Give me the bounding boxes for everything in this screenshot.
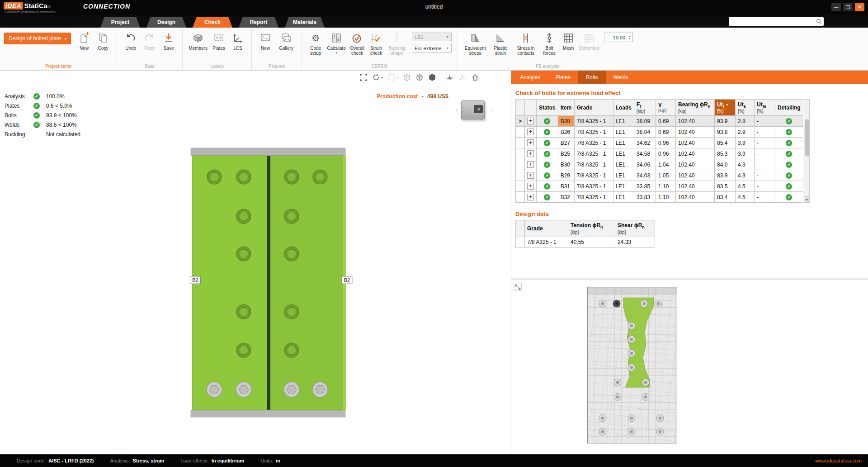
row-expand-button[interactable]: + [527,161,534,168]
col-utt-sorted[interactable]: Utt▼[%] [715,100,736,116]
row-expand-button[interactable]: + [527,139,534,146]
gallery-button[interactable]: Gallery [275,30,297,51]
col-v[interactable]: V[kip] [656,100,676,116]
table-row[interactable]: + ✓ B31 7/8 A325 - 1 LE1 33.85 1.10 102.… [516,181,803,192]
navigation-cube[interactable]: -x ‹ › [456,100,494,123]
plates-labels-button[interactable]: Plates [209,30,228,51]
bolt[interactable] [284,247,299,261]
table-row[interactable]: + ✓ B32 7/8 A325 - 1 LE1 33.83 1.10 102.… [516,192,803,203]
overall-check-button[interactable]: Overall check [348,30,367,56]
close-button[interactable]: ✕ [855,3,864,11]
scrollbar-thumb[interactable] [805,119,809,156]
viewport-3d[interactable]: Analysis ✓ 100.0% Plates ✓ 0.6 < 5.0% Bo… [0,71,511,454]
results-tab-bolts[interactable]: Bolts [578,71,606,84]
bottom-member-edge[interactable] [191,410,345,417]
members-labels-button[interactable]: Members [187,30,209,51]
code-setup-button[interactable]: ⚙ Code setup [306,30,325,56]
bolt[interactable] [236,382,251,397]
expand-view-icon[interactable] [514,283,522,291]
bolt[interactable] [284,170,299,184]
col-ft[interactable]: Ft[kip] [634,100,656,116]
bolt[interactable] [236,209,251,224]
calculate-button[interactable]: Calculate ▾ [325,30,348,54]
search-input[interactable] [729,19,816,24]
col-bearing[interactable]: Bearing ϕRn[kip] [676,100,715,116]
copy-button[interactable]: Copy [94,30,113,51]
table-scrollbar[interactable]: ▼ [804,99,810,203]
bolt[interactable] [313,170,327,184]
clipping-plane-icon[interactable] [446,73,454,81]
website-link[interactable]: www.ideastatica.com [815,458,862,463]
right-splice-plate[interactable] [270,156,343,410]
bolt[interactable] [236,170,251,184]
tab-check[interactable]: Check [193,17,232,28]
new-item-button[interactable]: New [75,30,94,51]
preset-dropdown[interactable]: Design of bolted plate ▾ [4,33,71,44]
col-status[interactable]: Status [537,100,558,116]
solid-view-icon[interactable] [428,73,436,81]
results-tab-analysis[interactable]: Analysis [512,71,548,84]
col-utts[interactable]: Utts[%] [755,100,775,116]
bolt[interactable] [236,343,251,357]
col-detailing[interactable]: Detailing [775,100,803,116]
row-expand-button[interactable]: + [527,194,534,200]
plastic-strain-button[interactable]: Plastic strain [489,30,512,56]
bolt[interactable] [284,343,299,357]
rotate-view-icon[interactable]: ▾ [372,73,383,81]
shaded-view-icon[interactable] [415,73,424,81]
table-row[interactable]: + ✓ B30 7/8 A325 - 1 LE1 34.06 1.04 102.… [516,159,803,170]
save-button[interactable]: Save [159,30,178,51]
fe-mesh-view[interactable] [587,287,677,443]
bolt[interactable] [284,305,299,319]
bolt[interactable] [284,209,299,224]
stress-in-contacts-button[interactable]: Stress in contacts [512,30,540,56]
new-picture-button[interactable]: New [256,30,275,51]
top-member-edge[interactable] [191,148,345,156]
bolt[interactable] [236,305,251,319]
bolt-forces-button[interactable]: Bolt forces [540,30,559,56]
bolt[interactable] [312,382,328,397]
equivalent-stress-button[interactable]: Equivalent stress [461,30,489,56]
undo-button[interactable]: Undo [121,30,140,51]
minimize-button[interactable]: — [831,3,841,11]
fit-view-icon[interactable] [359,73,368,81]
lcs-button[interactable]: LCS [228,30,247,51]
tab-materials[interactable]: Materials [285,17,325,28]
row-expand-button[interactable]: + [527,150,534,157]
rotate-left-icon[interactable]: ‹ [456,108,457,113]
col-grade[interactable]: Grade [574,100,613,116]
bolt[interactable] [207,170,222,184]
results-tab-welds[interactable]: Welds [606,71,636,84]
tab-report[interactable]: Report [239,17,278,28]
scrollbar-down-icon[interactable]: ▼ [804,196,809,202]
row-expand-button[interactable]: + [527,129,534,135]
mesh-button[interactable]: Mesh [559,30,578,51]
table-row[interactable]: + ✓ B27 7/8 A325 - 1 LE1 34.62 0.96 102.… [516,138,803,148]
col-item[interactable]: Item [558,100,574,116]
wireframe-view-icon[interactable] [403,73,411,81]
table-row[interactable]: > + ✓ B28 7/8 A325 - 1 LE1 38.09 0.69 10… [516,116,803,127]
col-uts[interactable]: Uts[%] [736,100,755,116]
stepper-arrows-icon[interactable]: ▴▾ [627,33,632,42]
search-icon[interactable] [816,19,822,24]
nav-cube-axis-label[interactable]: -x [474,105,483,113]
connection-model[interactable]: B2 B2 [190,147,353,419]
row-expand-button[interactable]: + [527,118,534,124]
extreme-select[interactable]: For extreme ▼ [412,44,452,52]
left-splice-plate[interactable] [192,156,267,410]
bolt[interactable] [236,247,251,261]
deformed-scale-stepper[interactable]: 10.00 ▴▾ [604,33,633,42]
strain-check-button[interactable]: Strain check [367,30,386,56]
tab-project[interactable]: Project [100,17,140,28]
home-view-icon[interactable] [471,73,479,81]
maximize-button[interactable] [843,3,853,11]
table-row[interactable]: + ✓ B25 7/8 A325 - 1 LE1 34.58 0.96 102.… [516,148,803,159]
row-expand-button[interactable]: + [527,172,534,179]
results-tab-plates[interactable]: Plates [548,71,578,84]
bolt[interactable] [207,382,222,397]
bolt[interactable] [284,382,299,397]
col-loads[interactable]: Loads [613,100,634,116]
table-row[interactable]: + ✓ B26 7/8 A325 - 1 LE1 38.04 0.69 102.… [516,127,803,138]
row-expand-button[interactable]: + [527,183,534,190]
tab-design[interactable]: Design [146,17,186,28]
